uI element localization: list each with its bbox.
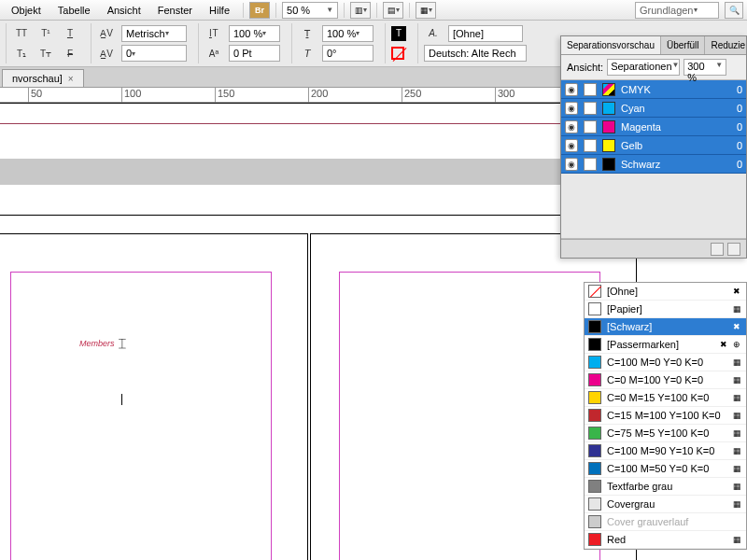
- process-icon: ▦: [731, 427, 742, 439]
- subscript-button[interactable]: T¹: [36, 25, 55, 42]
- ink-slot: [584, 83, 597, 96]
- swatch-row[interactable]: C=15 M=100 Y=100 K=0▦: [585, 407, 746, 425]
- superscript-button[interactable]: TT: [12, 25, 31, 42]
- visibility-toggle[interactable]: ◉: [565, 120, 578, 133]
- swatch-row[interactable]: C=0 M=15 Y=100 K=0▦: [585, 389, 746, 407]
- strike-button[interactable]: F: [61, 45, 79, 62]
- vscale-value: 100 %: [233, 28, 262, 39]
- fill-icon[interactable]: T: [391, 26, 406, 41]
- tab-reduzie[interactable]: Reduzie: [705, 36, 747, 54]
- charstyle-icon: A.: [424, 25, 443, 42]
- swatch-row[interactable]: C=100 M=50 Y=0 K=0▦: [585, 460, 746, 478]
- text-frame[interactable]: Members: [79, 339, 115, 348]
- swatch-row: Cover grauverlauf: [585, 513, 746, 531]
- color-swatch-icon: [588, 444, 601, 457]
- workspace-combo[interactable]: Grundlagen ▾: [635, 2, 719, 19]
- tracking-combo[interactable]: 0 ▾: [121, 45, 187, 62]
- visibility-toggle[interactable]: ◉: [565, 158, 578, 171]
- ruler-tick: 100: [121, 88, 141, 103]
- separation-row[interactable]: ◉Gelb0: [561, 136, 746, 155]
- allcaps-button[interactable]: Tᴛ: [36, 45, 55, 62]
- swatch-row[interactable]: Covergrau▦: [585, 496, 746, 513]
- swatch-row[interactable]: Red▦: [585, 531, 746, 549]
- swatch-label: Cover grauverlauf: [607, 516, 688, 527]
- color-swatch-icon: [588, 409, 601, 422]
- ansicht-label: Ansicht:: [567, 62, 603, 73]
- swatch-label: C=0 M=15 Y=100 K=0: [607, 392, 709, 403]
- separation-name: Gelb: [621, 140, 642, 151]
- sep-zoom-value: 300 %: [687, 61, 715, 74]
- separator: [376, 3, 377, 18]
- swatch-row[interactable]: [Schwarz]✖: [585, 318, 746, 336]
- separation-name: Schwarz: [621, 159, 660, 170]
- stroke-icon[interactable]: [391, 47, 404, 60]
- swatch-row[interactable]: [Passermarken]✖⊕: [585, 336, 746, 354]
- language-combo[interactable]: Deutsch: Alte Rech: [424, 45, 527, 62]
- sep-zoom-combo[interactable]: 300 %▼: [684, 59, 726, 76]
- arrange-button[interactable]: ▦▾: [416, 2, 436, 19]
- swatch-row[interactable]: C=75 M=5 Y=100 K=0▦: [585, 425, 746, 442]
- visibility-toggle[interactable]: ◉: [565, 83, 578, 96]
- screen-mode-button[interactable]: ▥▾: [350, 2, 371, 19]
- separation-value: 0: [737, 159, 742, 170]
- swatch-row[interactable]: C=100 M=90 Y=10 K=0▦: [585, 442, 746, 460]
- menu-tabelle[interactable]: Tabelle: [50, 2, 98, 19]
- ansicht-combo[interactable]: Separationen▼: [607, 59, 680, 76]
- trash-icon[interactable]: [711, 243, 724, 256]
- view-options-button[interactable]: ▤▾: [383, 2, 403, 19]
- charstyle-combo[interactable]: [Ohne]: [448, 25, 523, 42]
- swatch-label: [Papier]: [607, 303, 642, 315]
- zoom-combo[interactable]: 50 %▼: [282, 2, 338, 19]
- tab-ueberfull[interactable]: Überfüll: [661, 36, 705, 54]
- menu-objekt[interactable]: Objekt: [4, 2, 49, 19]
- hscale-input[interactable]: 100 % ▾: [322, 25, 374, 42]
- menu-ansicht[interactable]: Ansicht: [100, 2, 148, 19]
- swatch-label: C=100 M=50 Y=0 K=0: [607, 463, 709, 474]
- close-icon[interactable]: ×: [68, 74, 74, 84]
- swatch-label: Red: [607, 534, 626, 545]
- swatch-row[interactable]: Textfarbe grau▦: [585, 478, 746, 496]
- swatch-row[interactable]: [Ohne]✖: [585, 283, 746, 301]
- tracking-icon: A̲V: [97, 45, 116, 62]
- baseline-input[interactable]: 0 Pt: [229, 45, 280, 62]
- swatch-row[interactable]: C=0 M=100 Y=0 K=0▦: [585, 371, 746, 389]
- separation-name: Cyan: [621, 103, 645, 114]
- color-swatch-icon: [588, 302, 601, 315]
- separation-row[interactable]: ◉CMYK0: [561, 80, 746, 99]
- menu-hilfe[interactable]: Hilfe: [202, 2, 237, 19]
- process-icon: ▦: [731, 374, 742, 385]
- separations-list: ◉CMYK0◉Cyan0◉Magenta0◉Gelb0◉Schwarz0: [561, 80, 746, 174]
- separation-row[interactable]: ◉Schwarz0: [561, 155, 746, 174]
- visibility-toggle[interactable]: ◉: [565, 139, 578, 152]
- swatch-row[interactable]: [Papier]▦: [585, 301, 746, 318]
- tab-separations[interactable]: Separationsvorschau: [561, 36, 661, 54]
- skew-value: 0°: [327, 48, 337, 59]
- zoom-value: 50 %: [287, 5, 310, 16]
- skew-input[interactable]: 0°: [322, 45, 374, 62]
- document-tab[interactable]: nvorschau] ×: [2, 69, 84, 87]
- separation-row[interactable]: ◉Cyan0: [561, 99, 746, 118]
- smallcaps-button[interactable]: T₁: [12, 45, 31, 62]
- ruler-tick: 250: [402, 88, 421, 103]
- swatch-label: C=15 M=100 Y=100 K=0: [607, 410, 721, 421]
- swatch-row[interactable]: C=100 M=0 Y=0 K=0▦: [585, 354, 746, 371]
- swatch-label: [Ohne]: [607, 286, 638, 297]
- bridge-button[interactable]: Br: [249, 2, 270, 19]
- separation-value: 0: [737, 103, 742, 114]
- search-button[interactable]: 🔍: [725, 2, 743, 19]
- underline-button[interactable]: T: [61, 25, 79, 42]
- visibility-toggle[interactable]: ◉: [565, 102, 578, 115]
- separator: [409, 3, 410, 18]
- panel-menu-icon[interactable]: [727, 243, 740, 256]
- vscale-input[interactable]: 100 % ▾: [229, 25, 280, 42]
- charstyle-value: [Ohne]: [453, 28, 484, 39]
- ruler-tick: 300: [495, 88, 514, 103]
- separation-value: 0: [737, 140, 742, 151]
- color-swatch-icon: [588, 338, 601, 351]
- separation-row[interactable]: ◉Magenta0: [561, 118, 746, 136]
- menu-fenster[interactable]: Fenster: [150, 2, 200, 19]
- page-left[interactable]: [0, 233, 308, 560]
- ink-slot: [584, 120, 597, 133]
- kerning-combo[interactable]: Metrisch ▾: [121, 25, 187, 42]
- separator: [275, 3, 276, 18]
